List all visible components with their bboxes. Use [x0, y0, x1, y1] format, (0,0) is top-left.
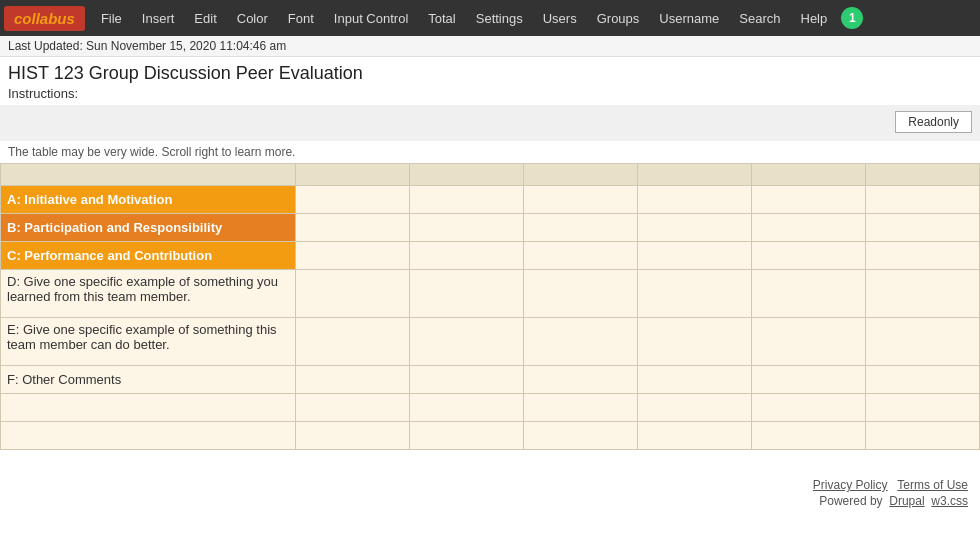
row-e-cell-2[interactable] [410, 318, 524, 366]
header-col-5 [752, 164, 866, 186]
table-row: D: Give one specific example of somethin… [1, 270, 980, 318]
row-f-cell-5[interactable] [752, 366, 866, 394]
logo-accent: us [57, 10, 75, 27]
extra-row-1-cell-3[interactable] [524, 394, 638, 422]
row-c-cell-5[interactable] [752, 242, 866, 270]
row-b-label: B: Participation and Responsibility [1, 214, 296, 242]
table-row [1, 422, 980, 450]
footer-links: Privacy Policy Terms of Use [12, 478, 968, 492]
extra-row-2-cell-3[interactable] [524, 422, 638, 450]
logo[interactable]: collabus [4, 6, 85, 31]
row-d-cell-1[interactable] [296, 270, 410, 318]
nav-username[interactable]: Username [649, 0, 729, 36]
row-e-cell-1[interactable] [296, 318, 410, 366]
main-table-wrapper: A: Initiative and Motivation B: Particip… [0, 163, 980, 450]
row-c-cell-6[interactable] [866, 242, 980, 270]
powered-by: Powered by Drupal w3.css [12, 494, 968, 508]
row-e-cell-5[interactable] [752, 318, 866, 366]
nav-color[interactable]: Color [227, 0, 278, 36]
css-link[interactable]: w3.css [931, 494, 968, 508]
row-e-cell-4[interactable] [638, 318, 752, 366]
header-col-3 [524, 164, 638, 186]
extra-row-2-cell-1[interactable] [296, 422, 410, 450]
row-b-cell-6[interactable] [866, 214, 980, 242]
instructions-label: Instructions: [8, 86, 972, 101]
row-a-label: A: Initiative and Motivation [1, 186, 296, 214]
row-b-cell-2[interactable] [410, 214, 524, 242]
row-c-cell-3[interactable] [524, 242, 638, 270]
row-c-cell-4[interactable] [638, 242, 752, 270]
extra-row-2-cell-6[interactable] [866, 422, 980, 450]
extra-row-1-cell-5[interactable] [752, 394, 866, 422]
main-table: A: Initiative and Motivation B: Particip… [0, 163, 980, 450]
extra-row-1-cell-1[interactable] [296, 394, 410, 422]
row-f-cell-2[interactable] [410, 366, 524, 394]
footer: Privacy Policy Terms of Use Powered by D… [0, 470, 980, 516]
row-a-cell-6[interactable] [866, 186, 980, 214]
row-d-cell-5[interactable] [752, 270, 866, 318]
row-a-cell-1[interactable] [296, 186, 410, 214]
row-e-label: E: Give one specific example of somethin… [1, 318, 296, 366]
nav-edit[interactable]: Edit [184, 0, 226, 36]
last-updated-text: Last Updated: Sun November 15, 2020 11:0… [8, 39, 286, 53]
nav-file[interactable]: File [91, 0, 132, 36]
row-c-cell-2[interactable] [410, 242, 524, 270]
header-col-1 [296, 164, 410, 186]
nav-settings[interactable]: Settings [466, 0, 533, 36]
extra-row-2-cell-5[interactable] [752, 422, 866, 450]
row-e-cell-6[interactable] [866, 318, 980, 366]
table-row: F: Other Comments [1, 366, 980, 394]
row-f-cell-3[interactable] [524, 366, 638, 394]
nav-help[interactable]: Help [791, 0, 838, 36]
row-a-cell-2[interactable] [410, 186, 524, 214]
row-a-cell-3[interactable] [524, 186, 638, 214]
row-e-cell-3[interactable] [524, 318, 638, 366]
logo-text: collabus [14, 10, 75, 27]
nav-search[interactable]: Search [729, 0, 790, 36]
notification-badge: 1 [841, 7, 863, 29]
row-f-cell-1[interactable] [296, 366, 410, 394]
nav-input-control[interactable]: Input Control [324, 0, 418, 36]
powered-by-text: Powered by [819, 494, 882, 508]
header-label-col [1, 164, 296, 186]
row-b-cell-1[interactable] [296, 214, 410, 242]
row-d-label: D: Give one specific example of somethin… [1, 270, 296, 318]
page-title: HIST 123 Group Discussion Peer Evaluatio… [8, 63, 972, 84]
nav-insert[interactable]: Insert [132, 0, 185, 36]
row-c-cell-1[interactable] [296, 242, 410, 270]
row-b-cell-5[interactable] [752, 214, 866, 242]
row-d-cell-4[interactable] [638, 270, 752, 318]
nav-total[interactable]: Total [418, 0, 465, 36]
extra-row-2-cell-2[interactable] [410, 422, 524, 450]
extra-row-1-cell-6[interactable] [866, 394, 980, 422]
row-a-cell-5[interactable] [752, 186, 866, 214]
privacy-policy-link[interactable]: Privacy Policy [813, 478, 888, 492]
nav-font[interactable]: Font [278, 0, 324, 36]
extra-row-1-cell-2[interactable] [410, 394, 524, 422]
toolbar-area: Readonly [0, 105, 980, 141]
extra-row-2-label [1, 422, 296, 450]
row-d-cell-3[interactable] [524, 270, 638, 318]
nav-users[interactable]: Users [533, 0, 587, 36]
row-d-cell-2[interactable] [410, 270, 524, 318]
readonly-button[interactable]: Readonly [895, 111, 972, 133]
terms-link[interactable]: Terms of Use [897, 478, 968, 492]
extra-row-1-cell-4[interactable] [638, 394, 752, 422]
drupal-link[interactable]: Drupal [889, 494, 924, 508]
navbar: collabus File Insert Edit Color Font Inp… [0, 0, 980, 36]
row-f-cell-6[interactable] [866, 366, 980, 394]
header-col-6 [866, 164, 980, 186]
nav-groups[interactable]: Groups [587, 0, 650, 36]
row-f-cell-4[interactable] [638, 366, 752, 394]
row-a-cell-4[interactable] [638, 186, 752, 214]
table-row [1, 394, 980, 422]
row-b-cell-4[interactable] [638, 214, 752, 242]
info-bar: Last Updated: Sun November 15, 2020 11:0… [0, 36, 980, 57]
row-d-cell-6[interactable] [866, 270, 980, 318]
title-area: HIST 123 Group Discussion Peer Evaluatio… [0, 57, 980, 105]
row-f-label: F: Other Comments [1, 366, 296, 394]
row-b-cell-3[interactable] [524, 214, 638, 242]
table-row: C: Performance and Contribution [1, 242, 980, 270]
extra-row-2-cell-4[interactable] [638, 422, 752, 450]
header-col-2 [410, 164, 524, 186]
